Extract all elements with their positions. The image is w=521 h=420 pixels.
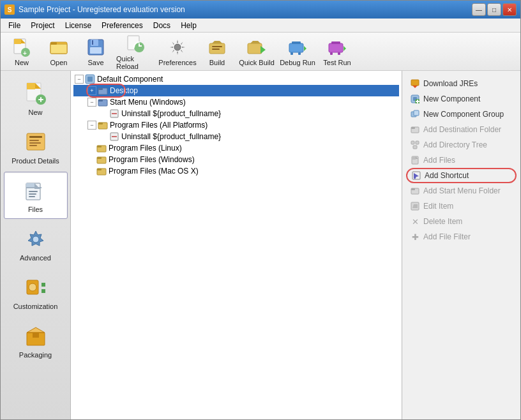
expander-startmenu[interactable]: −	[87, 98, 96, 107]
svg-marker-73	[412, 86, 418, 88]
svg-rect-72	[411, 80, 419, 86]
sidebar-item-advanced[interactable]: Advanced	[4, 220, 68, 267]
svg-rect-23	[291, 52, 293, 55]
product-details-icon	[23, 129, 49, 154]
expander-programfiles-all[interactable]: −	[87, 121, 96, 130]
tree-node-programfiles-all[interactable]: − Program Files (All Platforms)	[73, 119, 399, 131]
action-add-shortcut-label: Add Shortcut	[425, 171, 469, 180]
toolbar-new-label: New	[15, 59, 29, 66]
desktop-folder-icon	[98, 86, 108, 96]
action-new-component-group-label: New Component Group	[423, 110, 504, 119]
svg-marker-15	[212, 41, 222, 43]
action-new-component[interactable]: New Component	[406, 91, 517, 107]
right-action-panel: Download JREs New Component	[402, 71, 520, 419]
menu-license[interactable]: License	[60, 20, 96, 31]
file-tree[interactable]: − Default Component +	[71, 71, 402, 419]
svg-rect-22	[292, 41, 301, 44]
svg-rect-10	[92, 40, 93, 45]
svg-rect-43	[26, 187, 42, 188]
svg-marker-19	[250, 41, 260, 43]
tree-node-programfiles-windows[interactable]: Program Files (Windows)	[73, 154, 399, 165]
action-new-component-label: New Component	[423, 94, 480, 103]
sidebar-item-customization[interactable]: Customization	[4, 269, 68, 316]
tree-node-startmenu[interactable]: − Start Menu (Windows)	[73, 96, 399, 108]
svg-rect-18	[248, 43, 262, 54]
sidebar-item-new[interactable]: New	[4, 75, 68, 122]
tree-node-desktop[interactable]: + Desktop	[73, 85, 399, 96]
action-add-shortcut[interactable]: Add Shortcut	[406, 168, 517, 183]
minimize-button[interactable]: —	[472, 3, 486, 16]
advanced-icon	[23, 226, 49, 251]
sidebar: New Product Details	[1, 71, 71, 419]
sidebar-item-product-details[interactable]: Product Details	[4, 123, 68, 170]
toolbar-quickbuild-button[interactable]: Quick Build	[237, 35, 276, 68]
files-icon	[23, 177, 49, 203]
svg-rect-5	[50, 44, 67, 54]
new-icon: +	[11, 37, 32, 57]
edit-item-icon	[410, 201, 420, 211]
menu-docs[interactable]: Docs	[148, 20, 176, 31]
action-edit-item: Edit Item	[406, 199, 517, 214]
svg-rect-84	[416, 141, 419, 144]
svg-rect-80	[414, 110, 419, 116]
action-download-jres[interactable]: Download JREs	[406, 76, 517, 91]
toolbar-save-button[interactable]: Save	[79, 35, 113, 68]
expander-default-component[interactable]: −	[75, 75, 84, 84]
programfiles-linux-label: Program Files (Linux)	[109, 144, 182, 153]
toolbar-open-label: Open	[50, 59, 68, 66]
toolbar-save-label: Save	[87, 59, 103, 66]
toolbar-open-button[interactable]: Open	[42, 35, 76, 68]
action-add-files-label: Add Files	[423, 156, 455, 165]
toolbar: + New Open	[1, 33, 520, 71]
svg-rect-16	[212, 46, 222, 47]
add-file-filter-icon: ✚	[410, 232, 420, 242]
menu-file[interactable]: File	[3, 20, 26, 31]
open-icon	[49, 37, 69, 57]
svg-point-13	[174, 44, 181, 50]
svg-rect-90	[411, 188, 415, 190]
quickbuild-icon	[246, 37, 267, 57]
tree-node-uninstall-2[interactable]: Uninstall ${product_fullname}	[73, 131, 399, 142]
svg-rect-46	[29, 196, 35, 197]
programfiles-windows-label: Program Files (Windows)	[109, 155, 195, 164]
toolbar-new-button[interactable]: + New	[4, 35, 39, 68]
sidebar-item-packaging[interactable]: Packaging	[4, 317, 68, 364]
action-new-component-group[interactable]: New Component Group	[406, 107, 517, 122]
menu-project[interactable]: Project	[26, 20, 59, 31]
tree-node-uninstall-1[interactable]: Uninstall ${product_fullname}	[73, 108, 399, 119]
action-add-directory-tree: Add Directory Tree	[406, 137, 517, 153]
svg-rect-45	[29, 193, 36, 195]
new-component-group-icon	[410, 109, 420, 119]
svg-rect-27	[331, 41, 340, 44]
toolbar-debugrun-button[interactable]: Debug Run	[279, 35, 316, 68]
svg-rect-28	[330, 52, 333, 55]
preferences-icon	[167, 37, 188, 57]
svg-rect-29	[338, 52, 340, 55]
action-add-destination-folder: Add Destination Folder	[406, 122, 517, 137]
svg-marker-20	[260, 46, 266, 54]
menu-help[interactable]: Help	[176, 20, 202, 31]
toolbar-quickreload-button[interactable]: Quick Reload	[116, 35, 155, 68]
action-add-file-filter-label: Add File Filter	[423, 232, 471, 241]
tree-node-programfiles-linux[interactable]: Program Files (Linux)	[73, 142, 399, 154]
svg-marker-25	[304, 46, 306, 51]
uninstall-2-label: Uninstall ${product_fullname}	[121, 132, 221, 141]
svg-rect-63	[98, 123, 103, 124]
close-button[interactable]: ✕	[502, 3, 517, 16]
maximize-button[interactable]: □	[487, 3, 501, 16]
action-download-jres-label: Download JREs	[423, 79, 478, 88]
toolbar-testrun-button[interactable]: Test Run	[319, 35, 356, 68]
svg-rect-24	[298, 52, 301, 55]
svg-rect-9	[90, 47, 102, 54]
sidebar-item-files[interactable]: Files	[4, 172, 68, 219]
svg-rect-21	[289, 43, 303, 52]
svg-rect-1	[14, 39, 21, 44]
expander-desktop[interactable]: +	[87, 86, 96, 95]
tree-node-programfiles-mac[interactable]: Program Files (Mac OS X)	[73, 165, 399, 177]
action-delete-item-label: Delete Item	[423, 217, 462, 226]
tree-node-default-component[interactable]: − Default Component	[73, 73, 399, 85]
toolbar-preferences-button[interactable]: Preferences	[158, 35, 197, 68]
toolbar-build-button[interactable]: Build	[200, 35, 234, 68]
menu-preferences[interactable]: Preferences	[96, 20, 148, 31]
svg-rect-57	[98, 88, 103, 90]
